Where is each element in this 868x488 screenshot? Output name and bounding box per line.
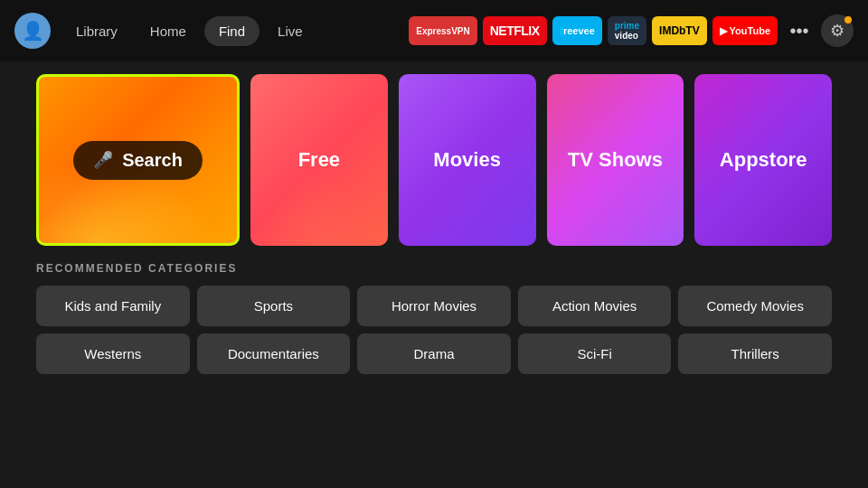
cat-kids-family[interactable]: Kids and Family xyxy=(36,286,190,326)
tile-appstore-label: Appstore xyxy=(720,148,807,172)
main-content: 🎤 Search Free Movies TV Shows Appstore R… xyxy=(0,61,868,387)
cat-horror-movies[interactable]: Horror Movies xyxy=(357,286,511,326)
tile-tvshows-label: TV Shows xyxy=(568,148,663,172)
microphone-icon: 🎤 xyxy=(93,150,113,170)
app-netflix[interactable]: NETFLIX xyxy=(483,16,547,45)
search-pill[interactable]: 🎤 Search xyxy=(73,141,203,180)
cat-scifi[interactable]: Sci-Fi xyxy=(518,333,672,374)
settings-notification-dot xyxy=(844,16,852,23)
app-youtube[interactable]: ▶ YouTube xyxy=(712,16,778,45)
categories-row-2: Westerns Documentaries Drama Sci-Fi Thri… xyxy=(36,333,832,374)
tile-appstore[interactable]: Appstore xyxy=(694,74,832,246)
app-imdb[interactable]: IMDbTV xyxy=(652,16,707,45)
categories-row-1: Kids and Family Sports Horror Movies Act… xyxy=(36,286,832,326)
cat-westerns[interactable]: Westerns xyxy=(36,333,190,374)
avatar[interactable]: 👤 xyxy=(14,13,51,49)
recommended-section: RECOMMENDED CATEGORIES Kids and Family S… xyxy=(36,262,832,374)
tile-free[interactable]: Free xyxy=(250,74,388,246)
tile-tvshows[interactable]: TV Shows xyxy=(547,74,684,246)
cat-drama[interactable]: Drama xyxy=(357,333,511,374)
nav-home[interactable]: Home xyxy=(136,16,201,46)
categories-grid: Kids and Family Sports Horror Movies Act… xyxy=(36,286,832,374)
nav-links: Library Home Find Live xyxy=(61,16,317,46)
tile-search[interactable]: 🎤 Search xyxy=(36,74,240,246)
cat-sports[interactable]: Sports xyxy=(197,286,351,326)
nav-find[interactable]: Find xyxy=(204,16,259,46)
nav-library[interactable]: Library xyxy=(61,16,132,46)
avatar-icon: 👤 xyxy=(22,20,44,42)
tile-movies-label: Movies xyxy=(433,148,501,172)
app-expressvpn[interactable]: ExpressVPN xyxy=(409,16,476,45)
nav-live[interactable]: Live xyxy=(263,16,317,46)
app-freevee[interactable]: f reevee xyxy=(552,16,602,45)
search-label: Search xyxy=(122,150,183,171)
cat-action-movies[interactable]: Action Movies xyxy=(518,286,672,326)
tile-movies[interactable]: Movies xyxy=(399,74,536,246)
settings-icon: ⚙ xyxy=(830,21,844,41)
section-title: RECOMMENDED CATEGORIES xyxy=(36,262,832,275)
cat-comedy-movies[interactable]: Comedy Movies xyxy=(678,286,832,326)
cat-documentaries[interactable]: Documentaries xyxy=(197,333,351,374)
tile-free-label: Free xyxy=(298,148,340,172)
cat-thrillers[interactable]: Thrillers xyxy=(678,333,832,374)
top-nav: 👤 Library Home Find Live ExpressVPN NETF… xyxy=(0,0,868,61)
app-prime[interactable]: primevideo xyxy=(608,16,646,45)
nav-apps: ExpressVPN NETFLIX f reevee primevideo I… xyxy=(409,14,854,47)
tiles-row: 🎤 Search Free Movies TV Shows Appstore xyxy=(36,74,832,246)
more-button[interactable]: ••• xyxy=(783,14,816,47)
settings-button[interactable]: ⚙ xyxy=(821,14,854,47)
